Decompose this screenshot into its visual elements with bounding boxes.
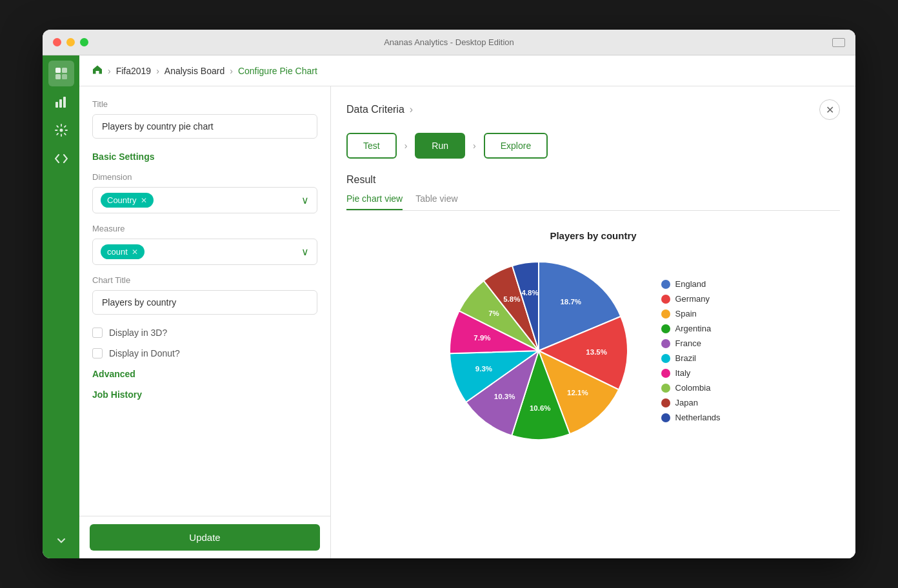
breadcrumb-sep-3: › [230,66,233,76]
display-3d-label: Display in 3D? [109,328,167,338]
left-panel: Title Basic Settings Dimension Country ✕… [79,86,331,558]
sidebar-icon-settings[interactable] [48,117,74,143]
pie-label-italy: 7.9% [474,334,490,342]
sidebar-icon-code[interactable] [48,146,74,172]
breadcrumb-sep-1: › [108,66,111,76]
maximize-window-btn[interactable] [80,38,88,46]
app-body: › Fifa2019 › Analysis Board › Configure … [43,55,855,558]
traffic-lights [53,38,88,46]
pie-label-france: 10.3% [494,393,515,400]
update-button[interactable]: Update [90,524,320,551]
pipeline-arrow-2: › [473,141,476,151]
measure-label: Measure [92,224,317,233]
display-3d-checkbox[interactable] [92,328,103,338]
right-panel: Data Criteria › ✕ Test › Run › Explore [331,86,855,558]
chart-title-label: Chart Title [92,275,317,285]
title-input[interactable] [92,114,317,139]
basic-settings-heading: Basic Settings [92,152,317,162]
explore-button[interactable]: Explore [484,133,548,159]
legend-item-england: England [661,279,745,289]
chart-container: Players by country 18.7%13.5%12.1%10.6%1… [442,230,745,447]
measure-dropdown[interactable]: count ✕ ∨ [92,239,317,265]
legend-dot-spain [661,309,670,318]
legend-dot-brazil [661,354,670,363]
titlebar: Ananas Analytics - Desktop Edition [43,30,855,55]
chart-area: Players by country 18.7%13.5%12.1%10.6%1… [346,224,840,545]
job-history-section[interactable]: Job History [92,389,317,400]
pie-label-spain: 12.1% [567,389,588,397]
svg-rect-5 [59,99,62,108]
legend-label-netherlands: Netherlands [675,413,721,422]
legend-dot-japan [661,398,670,407]
legend-label-brazil: Brazil [675,353,697,363]
legend-dot-france [661,339,670,348]
legend-label-france: France [675,338,701,348]
svg-rect-1 [62,68,67,73]
legend-item-italy: Italy [661,368,745,378]
legend-label-spain: Spain [675,309,697,318]
title-label: Title [92,99,317,109]
sidebar-icon-charts[interactable] [48,89,74,115]
view-tabs: Pie chart view Table view [346,193,840,211]
pie-label-colombia: 7% [488,309,499,317]
legend-label-germany: Germany [675,294,710,304]
legend-item-brazil: Brazil [661,353,745,363]
legend-label-argentina: Argentina [675,324,712,333]
sidebar [43,55,79,558]
test-button[interactable]: Test [346,133,397,159]
pipeline-arrow-1: › [404,141,408,151]
display-donut-checkbox[interactable] [92,348,103,358]
measure-tag-remove[interactable]: ✕ [132,248,138,257]
legend-dot-colombia [661,384,670,393]
advanced-section[interactable]: Advanced [92,369,317,379]
measure-dropdown-arrow[interactable]: ∨ [301,246,309,258]
dimension-tag-remove[interactable]: ✕ [141,196,147,205]
panels: Title Basic Settings Dimension Country ✕… [79,86,855,558]
legend-dot-germany [661,295,670,304]
legend-item-argentina: Argentina [661,324,745,333]
sidebar-icon-logo[interactable] [48,61,74,86]
display-donut-label: Display in Donut? [109,348,180,358]
measure-tag: count ✕ [101,244,145,259]
svg-rect-0 [55,68,61,73]
dimension-tag: Country ✕ [101,193,154,208]
legend-label-japan: Japan [675,398,698,407]
display-3d-row: Display in 3D? [92,328,317,338]
tab-pie-chart-view[interactable]: Pie chart view [346,193,403,210]
data-criteria-bar: Data Criteria › ✕ [346,99,840,120]
pipeline-row: Test › Run › Explore [346,133,840,159]
result-label: Result [346,174,840,186]
svg-rect-6 [63,97,66,108]
legend-label-england: England [675,279,706,289]
chart-legend: EnglandGermanySpainArgentinaFranceBrazil… [661,279,745,422]
window-title: Ananas Analytics - Desktop Edition [384,37,514,47]
dimension-dropdown-arrow[interactable]: ∨ [301,194,309,206]
chart-title: Players by country [442,230,745,241]
breadcrumb-item-analysis[interactable]: Analysis Board [165,66,224,76]
dimension-dropdown[interactable]: Country ✕ ∨ [92,187,317,213]
minimize-window-btn[interactable] [66,38,75,46]
breadcrumb-item-current: Configure Pie Chart [238,66,317,76]
legend-item-france: France [661,338,745,348]
breadcrumb-sep-2: › [156,66,159,76]
svg-rect-3 [62,74,67,79]
legend-item-germany: Germany [661,294,745,304]
legend-dot-argentina [661,324,670,333]
dimension-label: Dimension [92,172,317,182]
update-btn-area: Update [79,516,330,558]
breadcrumb: › Fifa2019 › Analysis Board › Configure … [79,55,855,86]
tab-table-view[interactable]: Table view [415,193,457,210]
window-layout-btn[interactable] [832,38,845,47]
legend-item-spain: Spain [661,309,745,318]
data-criteria-arrow: › [410,104,413,115]
close-window-btn[interactable] [53,38,61,46]
breadcrumb-home[interactable] [92,64,103,77]
run-button[interactable]: Run [415,133,465,159]
close-panel-button[interactable]: ✕ [819,99,840,120]
legend-item-netherlands: Netherlands [661,413,745,422]
breadcrumb-item-fifa[interactable]: Fifa2019 [116,66,151,76]
sidebar-icon-expand[interactable] [48,527,74,553]
legend-label-colombia: Colombia [675,383,711,393]
pie-chart-svg: 18.7%13.5%12.1%10.6%10.3%9.3%7.9%7%5.8%4… [442,254,635,447]
chart-title-input[interactable] [92,290,317,315]
